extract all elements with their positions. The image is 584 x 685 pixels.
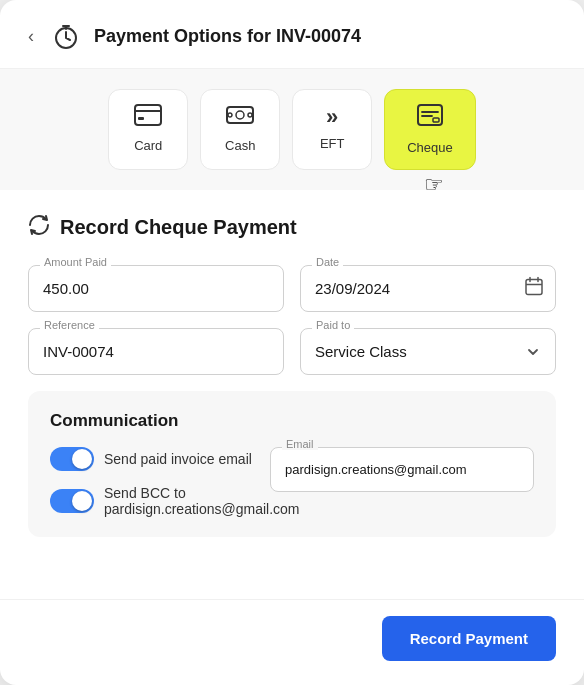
calendar-icon[interactable]	[524, 276, 544, 301]
page-title: Payment Options for INV-00074	[94, 26, 361, 47]
svg-rect-1	[135, 105, 161, 125]
toggle-group: Send paid invoice email Send BCC to pard…	[50, 447, 254, 517]
refresh-icon	[28, 214, 50, 241]
svg-point-6	[248, 113, 252, 117]
payment-tabs: Card Cash » EFT	[0, 69, 584, 190]
modal-header: ‹ Payment Options for INV-00074	[0, 0, 584, 69]
reference-input[interactable]	[28, 328, 284, 375]
email-label: Email	[282, 438, 318, 450]
date-field: Date	[300, 265, 556, 312]
tab-eft-label: EFT	[320, 136, 345, 151]
send-invoice-toggle[interactable]	[50, 447, 94, 471]
send-bcc-label: Send BCC to pardisign.creations@gmail.co…	[104, 485, 254, 517]
tab-cash-label: Cash	[225, 138, 255, 153]
toggle-row-2: Send BCC to pardisign.creations@gmail.co…	[50, 485, 254, 517]
tab-cheque-label: Cheque	[407, 140, 453, 155]
back-button[interactable]: ‹	[24, 22, 38, 51]
section-title-text: Record Cheque Payment	[60, 216, 297, 239]
paid-to-select[interactable]: Service Class	[300, 328, 556, 375]
date-label: Date	[312, 256, 343, 268]
tab-cash[interactable]: Cash	[200, 89, 280, 170]
cheque-icon	[417, 104, 443, 134]
amount-label: Amount Paid	[40, 256, 111, 268]
chevron-down-icon	[525, 344, 541, 360]
email-input[interactable]	[270, 447, 534, 492]
svg-rect-8	[433, 118, 439, 122]
date-input[interactable]	[300, 265, 556, 312]
form-row-1: Amount Paid Date	[28, 265, 556, 312]
section-title: Record Cheque Payment	[28, 214, 556, 241]
timer-icon	[50, 20, 82, 52]
paid-to-field: Paid to Service Class	[300, 328, 556, 375]
svg-point-4	[236, 111, 244, 119]
eft-icon: »	[326, 104, 338, 130]
reference-label: Reference	[40, 319, 99, 331]
communication-content: Send paid invoice email Send BCC to pard…	[50, 447, 534, 517]
svg-point-5	[228, 113, 232, 117]
communication-title: Communication	[50, 411, 534, 431]
tab-card[interactable]: Card	[108, 89, 188, 170]
tab-eft[interactable]: » EFT	[292, 89, 372, 170]
reference-field: Reference	[28, 328, 284, 375]
email-field: Email	[270, 447, 534, 492]
amount-input[interactable]	[28, 265, 284, 312]
payment-modal: ‹ Payment Options for INV-00074 Card	[0, 0, 584, 685]
svg-rect-9	[526, 279, 542, 294]
paid-to-value: Service Class	[315, 343, 407, 360]
tab-cheque-wrapper: Cheque ☞	[384, 89, 476, 170]
communication-box: Communication Send paid invoice email Se…	[28, 391, 556, 537]
toggle-row-1: Send paid invoice email	[50, 447, 254, 471]
svg-rect-3	[227, 107, 253, 123]
card-icon	[134, 104, 162, 132]
amount-field: Amount Paid	[28, 265, 284, 312]
modal-footer: Record Payment	[0, 599, 584, 685]
paid-to-label: Paid to	[312, 319, 354, 331]
tab-cheque[interactable]: Cheque	[384, 89, 476, 170]
cash-icon	[226, 104, 254, 132]
tab-card-label: Card	[134, 138, 162, 153]
svg-rect-2	[138, 117, 144, 120]
send-invoice-label: Send paid invoice email	[104, 451, 252, 467]
send-bcc-toggle[interactable]	[50, 489, 94, 513]
form-section: Record Cheque Payment Amount Paid Date	[0, 190, 584, 599]
record-payment-button[interactable]: Record Payment	[382, 616, 556, 661]
form-row-2: Reference Paid to Service Class	[28, 328, 556, 375]
